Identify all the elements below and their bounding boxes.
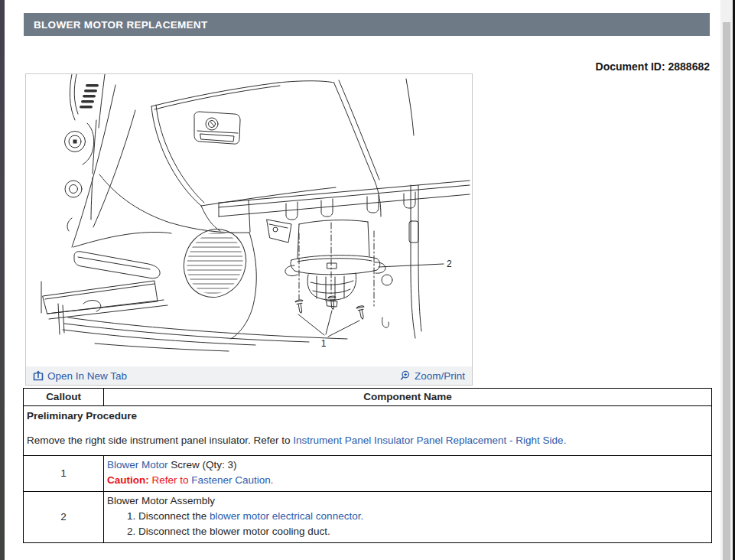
component-name-line: Blower Motor Screw (Qty: 3) — [107, 457, 708, 473]
zoom-print-link[interactable]: Zoom/Print — [400, 370, 465, 382]
table-row-1: 1 Blower Motor Screw (Qty: 3) Caution: R… — [24, 456, 712, 492]
callout-number-2: 2 — [24, 492, 104, 543]
step-1-line: 1. Disconnect the blower motor electrica… — [107, 509, 708, 524]
page-title-bar: BLOWER MOTOR REPLACEMENT — [24, 13, 710, 36]
blower-motor-assembly — [285, 220, 385, 307]
electrical-connector-link[interactable]: blower motor electrical connector. — [210, 510, 363, 522]
diagram-callout-2: 2 — [447, 259, 452, 269]
open-in-new-tab-label: Open In New Tab — [47, 370, 127, 382]
component-cell-1: Blower Motor Screw (Qty: 3) Caution: Ref… — [104, 456, 712, 492]
dash-knobs — [65, 120, 97, 231]
figure-panel: 1 2 — [25, 73, 473, 386]
open-in-new-tab-link[interactable]: Open In New Tab — [33, 370, 127, 382]
component-cell-2: Blower Motor Assembly 1. Disconnect the … — [104, 492, 712, 543]
insulator-replacement-link[interactable]: Instrument Panel Insulator Panel Replace… — [293, 435, 566, 446]
mount-bracket — [267, 220, 291, 243]
caution-line: Caution: Refer to Fastener Caution. — [107, 473, 708, 488]
right-pillar — [334, 79, 421, 338]
step-1-text: 1. Disconnect the — [127, 510, 210, 522]
page-title: BLOWER MOTOR REPLACEMENT — [34, 19, 207, 31]
scrollbar[interactable] — [720, 0, 733, 560]
callout-table: Callout Component Name Preliminary Proce… — [23, 388, 712, 543]
service-document-page: BLOWER MOTOR REPLACEMENT Document ID: 28… — [0, 0, 735, 560]
dash-contours — [72, 85, 249, 247]
preliminary-procedure-row: Preliminary Procedure Remove the right s… — [24, 406, 712, 456]
preliminary-text: Remove the right side instrument panel i… — [27, 435, 293, 446]
caution-suffix: . — [271, 474, 274, 486]
caution-text: Refer to — [149, 474, 192, 486]
caution-label: Caution: — [107, 474, 149, 486]
diagram-svg: 1 2 — [26, 74, 472, 366]
floor-lines — [63, 317, 347, 351]
table-row-2: 2 Blower Motor Assembly 1. Disconnect th… — [24, 492, 712, 543]
preliminary-procedure-title: Preliminary Procedure — [27, 409, 707, 424]
table-header-row: Callout Component Name — [24, 389, 712, 406]
component-name-line: Blower Motor Assembly — [107, 493, 708, 509]
blower-motor-link[interactable]: Blower Motor — [107, 459, 168, 470]
left-edge-strip — [0, 0, 5, 560]
side-vent-grille — [174, 220, 256, 339]
dash-vent-slats — [70, 74, 105, 128]
zoom-print-label: Zoom/Print — [415, 370, 465, 382]
preliminary-procedure-cell: Preliminary Procedure Remove the right s… — [24, 406, 712, 456]
document-id: Document ID: 2888682 — [596, 60, 710, 73]
zoom-print-icon — [400, 370, 411, 381]
dash-lower-rail — [219, 181, 470, 232]
step-2-line: 2. Disconnect the blower motor cooling d… — [107, 524, 708, 539]
figure-toolbar: Open In New Tab Zoom/Print — [26, 366, 472, 385]
preliminary-procedure-body: Remove the right side instrument panel i… — [27, 433, 707, 448]
component-column-header: Component Name — [104, 389, 712, 406]
blower-motor-diagram: 1 2 — [26, 74, 472, 366]
component-name-rest: Screw (Qty: 3) — [168, 459, 237, 470]
callout-column-header: Callout — [24, 389, 104, 406]
callout-number-1: 1 — [24, 456, 104, 492]
open-in-new-tab-icon — [33, 370, 44, 381]
scrollbar-thumb[interactable] — [723, 22, 730, 560]
glove-box-latch — [194, 112, 240, 144]
callout-leaders — [298, 264, 444, 337]
diagram-callout-1: 1 — [321, 338, 327, 349]
fastener-caution-link[interactable]: Fastener Caution — [191, 474, 271, 486]
